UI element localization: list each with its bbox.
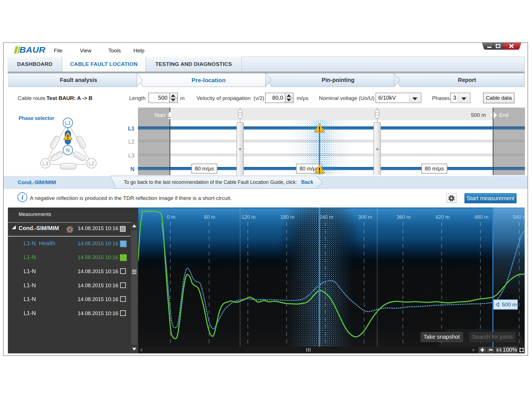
svg-text:100%: 100% (503, 347, 517, 353)
svg-text:BAUR: BAUR (19, 46, 45, 54)
svg-text:Report: Report (458, 77, 476, 83)
svg-text:500 m: 500 m (502, 302, 517, 307)
svg-text:60 m: 60 m (204, 214, 215, 220)
svg-text:+: + (375, 146, 379, 152)
svg-text:480 m: 480 m (474, 214, 488, 220)
svg-text:420 m: 420 m (435, 214, 450, 220)
svg-text:Take snapshot: Take snapshot (424, 334, 460, 340)
svg-text:Search for joints: Search for joints (472, 334, 513, 340)
svg-text:1:1: 1:1 (496, 348, 502, 352)
svg-text:500 m: 500 m (471, 112, 486, 118)
svg-text:300 m: 300 m (358, 214, 372, 220)
svg-text:L3: L3 (43, 161, 48, 166)
svg-text:Start: Start (154, 112, 166, 118)
svg-text:End: End (499, 112, 509, 118)
svg-text:Back: Back (301, 179, 314, 185)
svg-text:Fault analysis: Fault analysis (60, 77, 97, 83)
svg-text:To go back to the last recomme: To go back to the last recommendation of… (124, 179, 297, 185)
svg-text:80 m/µs: 80 m/µs (195, 166, 214, 171)
svg-text:240 m: 240 m (319, 214, 333, 220)
svg-text:120 m: 120 m (242, 214, 256, 220)
svg-text:80 m/µs: 80 m/µs (425, 166, 444, 171)
svg-text:540 m: 540 m (513, 214, 525, 220)
svg-text:0 m: 0 m (167, 214, 175, 220)
svg-text:180 m: 180 m (280, 214, 294, 220)
svg-text:N: N (66, 148, 70, 153)
svg-text:Pin-pointing: Pin-pointing (322, 77, 355, 83)
svg-text:+: + (238, 146, 242, 152)
svg-text:Pre-location: Pre-location (191, 77, 225, 83)
svg-text:L2: L2 (89, 161, 94, 166)
svg-text:360 m: 360 m (397, 214, 411, 220)
svg-text:L1: L1 (65, 120, 71, 126)
